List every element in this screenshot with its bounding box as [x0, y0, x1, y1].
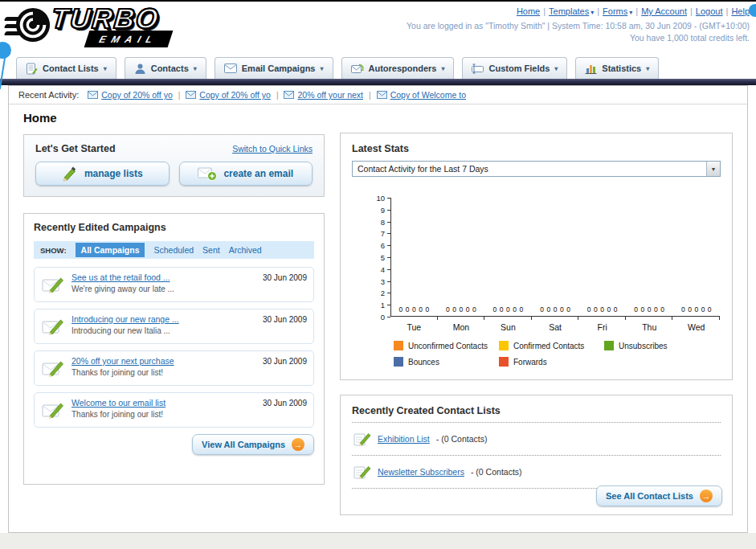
top-link-logout[interactable]: Logout: [696, 6, 723, 16]
envelope-icon: [88, 91, 98, 99]
recent-activity-link[interactable]: 20% off your next: [297, 90, 363, 100]
campaign-date: 30 Jun 2009: [263, 357, 307, 366]
chevron-down-icon: ▾: [629, 9, 632, 16]
legend-swatch-icon: [604, 341, 614, 350]
campaign-subject: We're giving away our late ...: [72, 285, 244, 293]
chevron-down-icon: ▾: [590, 9, 594, 16]
top-link-help[interactable]: Help: [731, 6, 750, 16]
recent-activity-link[interactable]: Copy of Welcome to: [390, 90, 466, 100]
campaign-row: 20% off your next purchase Thanks for jo…: [34, 350, 314, 386]
tab-contacts[interactable]: Contacts▾: [125, 57, 206, 79]
chart-legend: Unconfirmed ContactsConfirmed ContactsUn…: [394, 341, 731, 373]
chevron-down-icon: ▾: [104, 65, 107, 72]
top-link-my-account[interactable]: My Account: [641, 6, 687, 16]
get-started-title: Let's Get Started: [35, 143, 116, 154]
filter-sent[interactable]: Sent: [202, 245, 220, 255]
recent-activity-item: Copy of 20% off yo: [186, 90, 271, 100]
contact-lists-title: Recently Created Contact Lists: [352, 405, 721, 416]
campaign-link[interactable]: See us at the retail food ...: [72, 272, 244, 282]
campaign-link[interactable]: Welcome to our email list: [72, 398, 244, 408]
activity-separator: |: [178, 91, 181, 100]
campaign-row: Welcome to our email list Thanks for joi…: [34, 392, 314, 428]
legend-item: Forwards: [499, 357, 604, 367]
legend-item: Unsubscribes: [604, 341, 709, 350]
filter-scheduled[interactable]: Scheduled: [153, 245, 194, 255]
top-link-templates[interactable]: Templates▾: [549, 6, 594, 16]
switch-quick-links-link[interactable]: Switch to Quick Links: [232, 144, 313, 154]
view-all-campaigns-button[interactable]: View All Campaigns →: [192, 434, 314, 455]
filter-archived[interactable]: Archived: [229, 245, 262, 255]
contacts-icon: [134, 63, 146, 75]
campaign-link[interactable]: Introducing our new range ...: [72, 314, 244, 324]
app-logo[interactable]: TURBO EMAIL: [5, 4, 214, 54]
chevron-down-icon: ▾: [194, 65, 197, 72]
header: TURBO EMAIL Home|Templates▾|Forms▾|My Ac…: [0, 3, 756, 56]
legend-swatch-icon: [394, 341, 403, 350]
x-axis-label: Tue: [390, 322, 438, 332]
x-axis-label: Fri: [578, 322, 626, 332]
chart-day-group: 00000Sat: [532, 305, 579, 332]
contact-list-link[interactable]: Newsletter Subscribers: [378, 467, 464, 477]
contact-list-count: - (0 Contacts): [436, 434, 488, 444]
campaign-subject: Thanks for joining our list!: [72, 410, 244, 419]
campaign-row: Introducing our new range ... Introducin…: [34, 309, 314, 344]
recent-activity-link[interactable]: Copy of 20% off yo: [101, 90, 173, 100]
chat-bubble-right-icon: [749, 4, 756, 17]
stats-period-select[interactable]: Contact Activity for the Last 7 Days ▼: [352, 161, 721, 177]
session-info: You are logged in as "Timothy Smith" | S…: [407, 21, 750, 31]
chevron-down-icon: ▾: [441, 65, 444, 72]
filter-all-campaigns[interactable]: All Campaigns: [76, 243, 145, 257]
app-window: TURBO EMAIL Home|Templates▾|Forms▾|My Ac…: [0, 0, 756, 549]
campaign-edit-icon: [42, 358, 64, 378]
tab-email-campaigns[interactable]: Email Campaigns▾: [215, 57, 333, 79]
statistics-icon: [585, 63, 597, 74]
pencil-icon: [62, 166, 78, 182]
tab-custom-fields[interactable]: Custom Fields▾: [462, 57, 567, 79]
envelope-icon: [377, 91, 387, 99]
campaign-edit-icon: [42, 275, 64, 294]
nav-divider-bar: [0, 79, 756, 85]
link-separator: |: [543, 6, 546, 16]
recent-activity-item: 20% off your next: [284, 90, 363, 100]
recent-activity-link[interactable]: Copy of 20% off yo: [199, 90, 271, 100]
y-axis-tick: 1: [381, 301, 390, 309]
chevron-down-icon: ▾: [554, 65, 558, 72]
list-edit-icon: [353, 464, 371, 480]
campaign-date: 30 Jun 2009: [263, 315, 307, 324]
recent-campaigns-panel: Recently Edited Campaigns SHOW: All Camp…: [23, 213, 325, 485]
see-all-lists-button[interactable]: See All Contact Lists →: [596, 485, 722, 506]
link-separator: |: [635, 6, 638, 16]
link-separator: |: [726, 6, 729, 16]
contact-activity-chart: 109876543210 00000Tue00000Mon00000Sun000…: [352, 180, 721, 373]
dotted-divider: [352, 422, 721, 423]
autoresponders-icon: [351, 64, 364, 74]
link-separator: |: [690, 6, 693, 16]
x-axis-label: Sat: [532, 322, 579, 332]
campaign-row: See us at the retail food ... We're givi…: [34, 267, 314, 302]
chevron-down-icon: ▾: [646, 65, 649, 72]
legend-item: Bounces: [394, 357, 499, 367]
recent-activity-item: Copy of Welcome to: [377, 90, 466, 100]
manage-lists-button[interactable]: manage lists: [35, 162, 170, 186]
x-axis-label: Thu: [626, 322, 673, 332]
tab-statistics[interactable]: Statistics▾: [575, 57, 659, 79]
chart-y-axis: 109876543210: [352, 180, 390, 329]
contact-lists-icon: [26, 63, 38, 75]
legend-swatch-icon: [499, 341, 509, 350]
top-link-home[interactable]: Home: [517, 6, 540, 16]
arrow-circle-icon: →: [292, 438, 304, 451]
y-axis-tick: 3: [381, 277, 390, 286]
credits-info: You have 1,000 total credits left.: [407, 33, 750, 43]
page-title: Home: [23, 111, 57, 125]
top-links: Home|Templates▾|Forms▾|My Account|Logout…: [407, 6, 750, 16]
logo-swirl-icon: [14, 6, 51, 43]
stats-title: Latest Stats: [352, 143, 721, 154]
tab-autoresponders[interactable]: Autoresponders▾: [341, 57, 455, 79]
create-email-button[interactable]: create an email: [179, 162, 313, 186]
activity-separator: |: [369, 91, 371, 100]
envelope-icon: [186, 91, 196, 99]
top-link-forms[interactable]: Forms▾: [603, 6, 632, 16]
tab-contact-lists[interactable]: Contact Lists▾: [16, 57, 116, 79]
contact-list-link[interactable]: Exhibition List: [378, 434, 430, 444]
campaign-link[interactable]: 20% off your next purchase: [72, 356, 244, 366]
